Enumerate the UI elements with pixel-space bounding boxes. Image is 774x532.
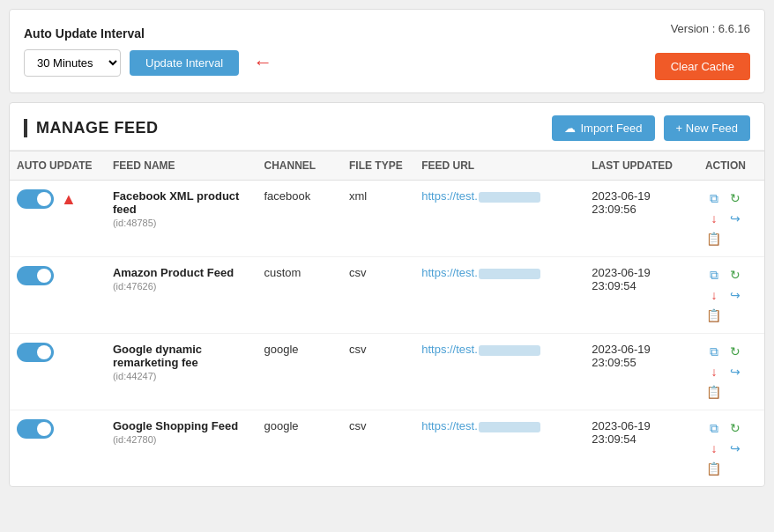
document-icon[interactable]: 📋 [705,383,723,401]
feed-url[interactable]: https://test. [421,266,540,279]
action-cell: ⧉ ↻ ↓ ↪ 📋 [698,410,764,487]
action-row-2: ↓ ↪ [705,363,757,381]
feed-url-cell: https://test. [414,181,584,257]
channel-cell: custom [257,257,342,334]
forward-icon[interactable]: ↪ [726,363,744,381]
feed-table: AUTO UPDATE FEED NAME CHANNEL FILE TYPE … [10,151,764,486]
action-row-3: 📋 [705,383,757,401]
refresh-icon[interactable]: ↻ [726,189,744,207]
document-icon[interactable]: 📋 [705,230,723,248]
interval-select[interactable]: 30 Minutes 1 Hour 2 Hours 6 Hours 12 Hou… [24,49,121,77]
channel-cell: google [257,410,342,487]
manage-feed-title: MANAGE FEED [24,119,159,137]
feed-name-cell: Facebook XML product feed(id:48785) [106,181,257,257]
action-icons: ⧉ ↻ ↓ ↪ 📋 [705,419,757,477]
refresh-icon[interactable]: ↻ [726,266,744,284]
auto-update-toggle[interactable] [17,189,54,209]
file-type-cell: csv [342,410,414,487]
col-header-action: ACTION [698,151,764,181]
last-updated-cell: 2023-06-19 23:09:54 [584,410,698,487]
url-blurred [479,192,540,203]
feed-url-cell: https://test. [414,410,584,487]
file-type-cell: csv [342,334,414,410]
cloud-upload-icon: ☁ [564,122,576,135]
auto-update-panel: Auto Update Interval 30 Minutes 1 Hour 2… [9,9,765,93]
table-row: Google dynamic remarketing fee(id:44247)… [10,334,764,410]
panel-left: Auto Update Interval 30 Minutes 1 Hour 2… [24,26,272,77]
forward-icon[interactable]: ↪ [726,210,744,227]
download-icon[interactable]: ↓ [705,440,723,457]
header-actions: ☁ Import Feed + New Feed [552,115,750,141]
channel-cell: google [257,334,342,410]
feed-url[interactable]: https://test. [421,189,540,203]
feed-url[interactable]: https://test. [421,419,540,432]
download-icon[interactable]: ↓ [705,286,723,304]
auto-update-toggle[interactable] [17,343,54,362]
channel-cell: facebook [257,181,342,257]
feed-url-cell: https://test. [414,257,584,334]
action-cell: ⧉ ↻ ↓ ↪ 📋 [698,181,764,257]
clear-cache-button[interactable]: Clear Cache [655,53,750,80]
version-label: Version : 6.6.16 [671,22,750,35]
col-header-feed-name: FEED NAME [106,151,257,181]
action-row-2: ↓ ↪ [705,286,757,304]
new-feed-button[interactable]: + New Feed [664,115,750,141]
table-row: Amazon Product Feed(id:47626)customcsvht… [10,257,764,334]
feed-url-cell: https://test. [414,334,584,410]
feed-url[interactable]: https://test. [421,343,540,356]
action-row-1: ⧉ ↻ [705,189,757,207]
external-link-icon[interactable]: ⧉ [705,266,723,284]
external-link-icon[interactable]: ⧉ [705,419,723,437]
col-header-channel: CHANNEL [257,151,342,181]
update-interval-button[interactable]: Update Interval [130,50,239,76]
table-row: ▲Facebook XML product feed(id:48785)face… [10,181,764,257]
download-icon[interactable]: ↓ [705,210,723,227]
action-row-3: 📋 [705,307,757,324]
file-type-cell: xml [342,181,414,257]
action-row-1: ⧉ ↻ [705,266,757,284]
feed-name: Facebook XML product feed [113,189,250,216]
manage-feed-panel: MANAGE FEED ☁ Import Feed + New Feed AUT… [9,102,765,487]
document-icon[interactable]: 📋 [705,307,723,324]
auto-update-cell [10,334,106,410]
url-blurred [479,345,540,356]
feed-id: (id:48785) [113,218,250,228]
url-blurred [479,422,540,432]
feed-name: Google Shopping Feed [113,419,250,432]
col-header-feed-url: FEED URL [414,151,584,181]
auto-update-toggle[interactable] [17,266,54,285]
auto-update-cell: ▲ [10,181,106,257]
feed-id: (id:44247) [113,371,250,381]
document-icon[interactable]: 📋 [705,460,723,477]
action-cell: ⧉ ↻ ↓ ↪ 📋 [698,334,764,410]
import-feed-button[interactable]: ☁ Import Feed [552,115,654,141]
panel-title: Auto Update Interval [24,26,272,41]
action-row-3: 📋 [705,230,757,248]
toggle-container [17,266,99,285]
feed-name-cell: Google Shopping Feed(id:42780) [106,410,257,487]
action-row-2: ↓ ↪ [705,210,757,227]
last-updated-cell: 2023-06-19 23:09:56 [584,181,698,257]
download-icon[interactable]: ↓ [705,363,723,381]
external-link-icon[interactable]: ⧉ [705,343,723,360]
auto-update-cell [10,257,106,334]
external-link-icon[interactable]: ⧉ [705,189,723,207]
toggle-container [17,419,99,439]
feed-name-cell: Google dynamic remarketing fee(id:44247) [106,334,257,410]
url-blurred [479,269,540,279]
forward-icon[interactable]: ↪ [726,286,744,304]
feed-name: Amazon Product Feed [113,266,250,279]
col-header-file-type: FILE TYPE [342,151,414,181]
refresh-icon[interactable]: ↻ [726,419,744,437]
feed-name: Google dynamic remarketing fee [113,343,250,369]
action-row-1: ⧉ ↻ [705,419,757,437]
panel-right: Version : 6.6.16 Clear Cache [655,22,750,80]
refresh-icon[interactable]: ↻ [726,343,744,360]
panel-controls: 30 Minutes 1 Hour 2 Hours 6 Hours 12 Hou… [24,49,272,77]
auto-update-cell [10,410,106,487]
auto-update-toggle[interactable] [17,419,54,439]
manage-feed-header: MANAGE FEED ☁ Import Feed + New Feed [10,103,764,151]
forward-icon[interactable]: ↪ [726,440,744,457]
table-row: Google Shopping Feed(id:42780)googlecsvh… [10,410,764,487]
feed-name-cell: Amazon Product Feed(id:47626) [106,257,257,334]
